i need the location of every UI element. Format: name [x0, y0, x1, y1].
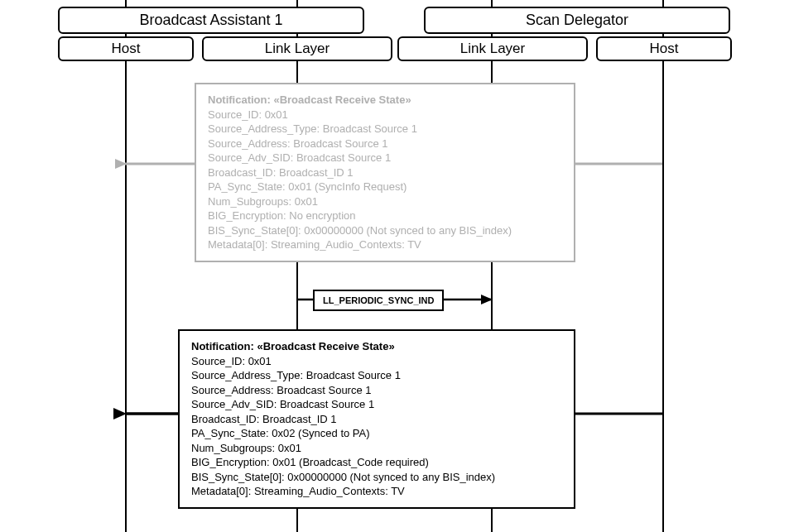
- ba1-link-label: Link Layer: [265, 41, 330, 56]
- notif2-line: Metadata[0]: Streaming_Audio_Contexts: T…: [191, 484, 562, 499]
- participant-ba1: Broadcast Assistant 1: [58, 7, 364, 34]
- notif1-line: Source_ID: 0x01: [208, 108, 562, 122]
- notif1-line: Metadata[0]: Streaming_Audio_Contexts: T…: [208, 237, 562, 252]
- notif1-line: Source_Address_Type: Broadcast Source 1: [208, 122, 562, 137]
- notif1-line: BIS_Sync_State[0]: 0x00000000 (Not synce…: [208, 223, 562, 238]
- participant-sd-title: Scan Delegator: [526, 12, 628, 28]
- notif2-title: Notification: «Broadcast Receive State»: [191, 339, 562, 354]
- participant-ba1-title: Broadcast Assistant 1: [139, 12, 282, 28]
- notif2-line: Broadcast_ID: Broadcast_ID 1: [191, 412, 562, 427]
- notification-2: Notification: «Broadcast Receive State» …: [178, 329, 575, 509]
- participant-sd: Scan Delegator: [424, 7, 730, 34]
- ba1-link-box: Link Layer: [202, 36, 392, 61]
- notif1-line: Num_Subgroups: 0x01: [208, 194, 562, 209]
- notif2-line: Source_ID: 0x01: [191, 354, 562, 369]
- ba1-host-box: Host: [58, 36, 194, 61]
- ba1-host-label: Host: [112, 41, 141, 56]
- notif1-line: Broadcast_ID: Broadcast_ID 1: [208, 165, 562, 180]
- notification-1: Notification: «Broadcast Receive State» …: [195, 83, 575, 262]
- notif2-line: Source_Adv_SID: Broadcast Source 1: [191, 397, 562, 412]
- sd-host-box: Host: [596, 36, 732, 61]
- notif1-line: PA_Sync_State: 0x01 (SyncInfo Request): [208, 180, 562, 194]
- sd-link-box: Link Layer: [397, 36, 588, 61]
- notif1-title: Notification: «Broadcast Receive State»: [208, 93, 562, 108]
- notif2-line: PA_Sync_State: 0x02 (Synced to PA): [191, 426, 562, 441]
- notif2-line: Source_Address: Broadcast Source 1: [191, 383, 562, 398]
- notif2-line: BIG_Encryption: 0x01 (Broadcast_Code req…: [191, 455, 562, 470]
- notif2-line: BIS_Sync_State[0]: 0x00000000 (Not synce…: [191, 470, 562, 485]
- notif1-line: Source_Adv_SID: Broadcast Source 1: [208, 151, 562, 165]
- notif2-line: Source_Address_Type: Broadcast Source 1: [191, 368, 562, 383]
- lifeline-ba1-host: [125, 0, 127, 532]
- lifeline-sd-host: [662, 0, 664, 532]
- sd-link-label: Link Layer: [460, 41, 525, 56]
- sd-host-label: Host: [650, 41, 679, 56]
- notif1-line: Source_Address: Broadcast Source 1: [208, 137, 562, 151]
- msg-ll-periodic-sync-ind: LL_PERIODIC_SYNC_IND: [313, 290, 444, 311]
- msg1-label: LL_PERIODIC_SYNC_IND: [323, 295, 434, 305]
- notif1-line: BIG_Encryption: No encryption: [208, 208, 562, 223]
- notif2-line: Num_Subgroups: 0x01: [191, 441, 562, 456]
